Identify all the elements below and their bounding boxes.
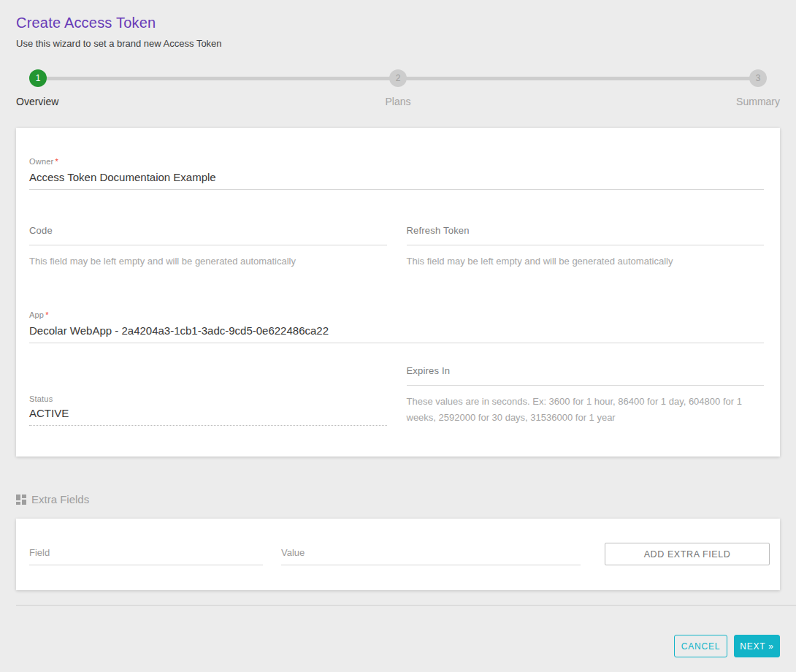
expires-in-input-area[interactable] bbox=[407, 376, 765, 386]
wizard-footer: CANCEL NEXT » bbox=[674, 635, 780, 657]
app-label: App* bbox=[29, 308, 764, 321]
step-circle-summary[interactable]: 3 bbox=[749, 69, 767, 87]
owner-field: Owner* bbox=[29, 154, 764, 190]
step-label-summary[interactable]: Summary bbox=[736, 96, 780, 107]
status-input[interactable] bbox=[29, 403, 387, 425]
refresh-token-input-area[interactable] bbox=[407, 236, 765, 245]
status-label: Status bbox=[29, 394, 387, 403]
status-field: Status bbox=[29, 394, 387, 426]
extra-fields-section-header: Extra Fields bbox=[16, 493, 780, 505]
code-hint: This field may be left empty and will be… bbox=[29, 253, 387, 270]
add-extra-field-button[interactable]: ADD EXTRA FIELD bbox=[605, 543, 770, 565]
required-asterisk: * bbox=[45, 310, 48, 319]
expires-in-hint: These values are in seconds. Ex: 3600 fo… bbox=[407, 394, 765, 426]
overview-form-card: Owner* Code This field may be left empty… bbox=[16, 128, 780, 457]
extra-fields-title: Extra Fields bbox=[31, 493, 89, 505]
cancel-button[interactable]: CANCEL bbox=[674, 635, 727, 657]
create-access-token-page: Create Access Token Use this wizard to s… bbox=[0, 0, 796, 672]
page-subtitle: Use this wizard to set a brand new Acces… bbox=[16, 38, 780, 49]
footer-divider bbox=[16, 605, 796, 606]
page-header: Create Access Token Use this wizard to s… bbox=[0, 0, 796, 49]
wizard-stepper: 1 2 3 Overview Plans Summary bbox=[0, 69, 796, 113]
refresh-token-label: Refresh Token bbox=[407, 225, 765, 236]
code-field: Code This field may be left empty and wi… bbox=[29, 225, 387, 270]
app-input[interactable] bbox=[29, 321, 764, 343]
refresh-token-hint: This field may be left empty and will be… bbox=[407, 253, 765, 270]
refresh-token-field: Refresh Token This field may be left emp… bbox=[407, 225, 765, 270]
code-refresh-row: Code This field may be left empty and wi… bbox=[29, 225, 764, 270]
expires-in-label: Expires In bbox=[407, 365, 765, 376]
status-expires-row: Status Expires In These values are in se… bbox=[29, 365, 764, 426]
step-label-overview[interactable]: Overview bbox=[16, 96, 58, 107]
stepper-track: 1 2 3 bbox=[0, 69, 796, 87]
code-input-area[interactable] bbox=[29, 236, 387, 245]
extra-field-name-input[interactable] bbox=[29, 544, 263, 565]
page-title: Create Access Token bbox=[16, 15, 780, 31]
stepper-labels: Overview Plans Summary bbox=[0, 96, 796, 107]
owner-label: Owner* bbox=[29, 154, 764, 167]
expires-in-field: Expires In These values are in seconds. … bbox=[407, 365, 765, 426]
next-button[interactable]: NEXT » bbox=[734, 635, 780, 657]
extra-fields-card: ADD EXTRA FIELD bbox=[16, 519, 780, 590]
grid-icon bbox=[16, 495, 26, 505]
owner-input[interactable] bbox=[29, 167, 764, 189]
extra-fields-row: ADD EXTRA FIELD bbox=[29, 543, 770, 565]
step-circle-plans[interactable]: 2 bbox=[389, 69, 407, 87]
extra-field-value-input[interactable] bbox=[281, 544, 581, 565]
status-select[interactable] bbox=[29, 403, 387, 426]
required-asterisk: * bbox=[55, 157, 58, 166]
step-circle-overview[interactable]: 1 bbox=[29, 69, 47, 87]
step-label-plans[interactable]: Plans bbox=[385, 96, 410, 107]
code-label: Code bbox=[29, 225, 387, 236]
app-field: App* bbox=[29, 308, 764, 343]
